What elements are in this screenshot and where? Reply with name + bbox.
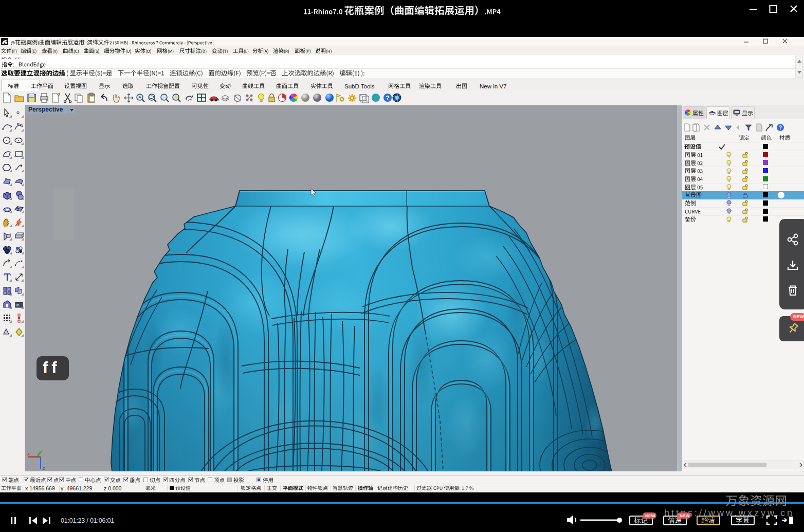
svg-text:?: ? (386, 95, 389, 102)
svg-text:in: in (16, 303, 20, 307)
svg-text:?: ? (779, 125, 782, 131)
svg-text:z: z (42, 465, 45, 471)
svg-text:x: x (27, 450, 30, 456)
svg-text:y: y (40, 448, 43, 453)
